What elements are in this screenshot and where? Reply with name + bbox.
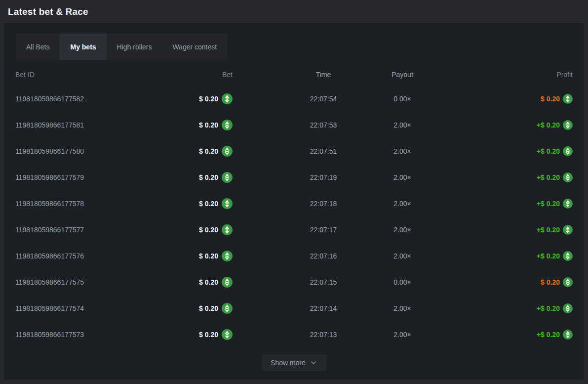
show-more-button[interactable]: Show more: [262, 354, 326, 371]
ethereum-classic-coin-icon: [563, 303, 573, 313]
bet-id-cell: 119818059866177575: [15, 278, 163, 286]
chevron-down-icon: [310, 359, 317, 367]
ethereum-classic-coin-icon: [563, 251, 573, 261]
profit-cell: +$ 0.20: [432, 146, 573, 156]
bet-amount: $ 0.20: [199, 278, 218, 286]
bet-cell: $ 0.20: [163, 172, 233, 183]
bet-id-cell: 119818059866177574: [15, 304, 163, 312]
profit-cell: $ 0.20: [432, 94, 573, 104]
tab-my-bets[interactable]: My bets: [60, 34, 106, 60]
payout-cell: 2.00×: [373, 331, 432, 339]
bet-id-cell: 119818059866177579: [15, 173, 163, 181]
bet-table-body: 119818059866177582 $ 0.20 22:07:54 0.00×…: [15, 85, 573, 347]
bet-cell: $ 0.20: [163, 120, 233, 130]
ethereum-classic-coin-icon: [222, 198, 233, 209]
tab-high-rollers[interactable]: High rollers: [107, 34, 162, 60]
bet-cell: $ 0.20: [163, 329, 233, 340]
bet-id-cell: 119818059866177578: [15, 200, 163, 208]
column-header-bet: Bet: [163, 71, 233, 79]
profit-cell: +$ 0.20: [432, 120, 573, 130]
profit-cell: +$ 0.20: [432, 303, 573, 313]
bet-amount: $ 0.20: [199, 147, 218, 155]
payout-cell: 2.00×: [373, 226, 432, 234]
bet-amount: $ 0.20: [199, 304, 218, 312]
table-row: 119818059866177578 $ 0.20 22:07:18 2.00×…: [15, 190, 573, 216]
page-title: Latest bet & Race: [8, 6, 88, 17]
time-cell: 22:07:14: [274, 304, 373, 312]
ethereum-classic-coin-icon: [563, 94, 573, 104]
profit-amount: $ 0.20: [541, 278, 560, 286]
profit-cell: +$ 0.20: [432, 251, 573, 261]
bet-cell: $ 0.20: [163, 198, 233, 209]
ethereum-classic-coin-icon: [563, 199, 573, 209]
profit-cell: +$ 0.20: [432, 330, 573, 340]
time-cell: 22:07:54: [274, 95, 373, 103]
ethereum-classic-coin-icon: [222, 251, 233, 261]
time-cell: 22:07:18: [274, 200, 373, 208]
profit-cell: +$ 0.20: [432, 225, 573, 235]
table-row: 119818059866177575 $ 0.20 22:07:15 0.00×…: [15, 269, 573, 295]
time-cell: 22:07:53: [274, 121, 373, 129]
ethereum-classic-coin-icon: [222, 224, 233, 235]
payout-cell: 2.00×: [373, 121, 432, 129]
time-cell: 22:07:51: [274, 147, 373, 155]
bet-id-cell: 119818059866177580: [15, 147, 163, 155]
column-header-profit: Profit: [432, 71, 573, 79]
bet-amount: $ 0.20: [199, 331, 218, 339]
bet-amount: $ 0.20: [199, 173, 218, 181]
ethereum-classic-coin-icon: [563, 146, 573, 156]
ethereum-classic-coin-icon: [563, 277, 573, 287]
bet-amount: $ 0.20: [199, 200, 218, 208]
table-header-row: Bet ID Bet Time Payout Profit: [15, 64, 573, 85]
table-row: 119818059866177576 $ 0.20 22:07:16 2.00×…: [15, 243, 573, 269]
ethereum-classic-coin-icon: [222, 329, 233, 340]
time-cell: 22:07:19: [274, 173, 373, 181]
profit-amount: $ 0.20: [541, 95, 560, 103]
bet-amount: $ 0.20: [199, 95, 218, 103]
tab-wager-contest[interactable]: Wager contest: [162, 34, 227, 60]
payout-cell: 2.00×: [373, 200, 432, 208]
ethereum-classic-coin-icon: [222, 93, 233, 104]
payout-cell: 2.00×: [373, 252, 432, 260]
profit-amount: +$ 0.20: [537, 200, 560, 208]
bet-id-cell: 119818059866177577: [15, 226, 163, 234]
table-row: 119818059866177577 $ 0.20 22:07:17 2.00×…: [15, 216, 573, 243]
payout-cell: 2.00×: [373, 304, 432, 312]
bet-id-cell: 119818059866177576: [15, 252, 163, 260]
tab-all-bets[interactable]: All Bets: [16, 34, 60, 60]
column-header-bet-id: Bet ID: [15, 71, 163, 79]
table-row: 119818059866177573 $ 0.20 22:07:13 2.00×…: [15, 321, 573, 347]
show-more-label: Show more: [271, 359, 306, 367]
bet-id-cell: 119818059866177573: [15, 331, 163, 339]
bet-amount: $ 0.20: [199, 252, 218, 260]
time-cell: 22:07:16: [274, 252, 373, 260]
bet-cell: $ 0.20: [163, 146, 233, 157]
payout-cell: 0.00×: [373, 278, 432, 286]
profit-amount: +$ 0.20: [537, 121, 560, 129]
ethereum-classic-coin-icon: [563, 172, 573, 182]
bet-id-cell: 119818059866177581: [15, 121, 163, 129]
table-row: 119818059866177582 $ 0.20 22:07:54 0.00×…: [15, 85, 573, 112]
payout-cell: 0.00×: [373, 95, 432, 103]
table-row: 119818059866177581 $ 0.20 22:07:53 2.00×…: [15, 112, 573, 138]
ethereum-classic-coin-icon: [222, 277, 233, 288]
bet-amount: $ 0.20: [199, 121, 218, 129]
ethereum-classic-coin-icon: [563, 120, 573, 130]
profit-amount: +$ 0.20: [537, 331, 560, 339]
tab-bar: All Bets My bets High rollers Wager cont…: [16, 34, 227, 60]
bet-id-cell: 119818059866177582: [15, 95, 163, 103]
payout-cell: 2.00×: [373, 173, 432, 181]
payout-cell: 2.00×: [373, 147, 432, 155]
time-cell: 22:07:15: [274, 278, 373, 286]
profit-amount: +$ 0.20: [537, 147, 560, 155]
ethereum-classic-coin-icon: [563, 330, 573, 340]
ethereum-classic-coin-icon: [222, 172, 233, 183]
column-header-payout: Payout: [373, 71, 432, 79]
profit-amount: +$ 0.20: [537, 173, 560, 181]
profit-amount: +$ 0.20: [537, 252, 560, 260]
profit-cell: +$ 0.20: [432, 172, 573, 182]
bet-cell: $ 0.20: [163, 277, 233, 288]
bet-cell: $ 0.20: [163, 303, 233, 314]
table-row: 119818059866177579 $ 0.20 22:07:19 2.00×…: [15, 164, 573, 190]
ethereum-classic-coin-icon: [222, 120, 233, 130]
